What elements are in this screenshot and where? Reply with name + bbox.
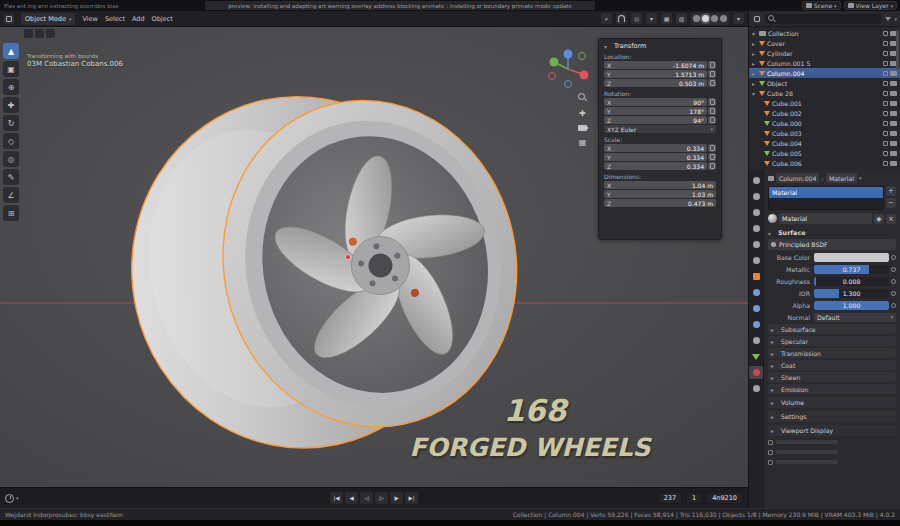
outliner-child-row[interactable]: Cube.004 [749, 138, 900, 148]
checkbox-icon[interactable] [768, 440, 773, 445]
tab-constraint-properties[interactable] [749, 334, 763, 347]
material-slot-list[interactable]: Material [768, 186, 884, 210]
subpanel-emission[interactable]: ▸Emission [768, 384, 896, 394]
material-preview-icon[interactable] [768, 214, 777, 223]
expander-icon[interactable]: ▸ [752, 70, 759, 77]
tab-scene-properties[interactable] [749, 238, 763, 251]
location-z-field[interactable]: Z0.503 m [604, 79, 707, 87]
gizmos-dropdown-icon[interactable]: ▾ [646, 13, 657, 24]
render-camera-icon[interactable] [890, 71, 897, 76]
render-camera-icon[interactable] [890, 161, 897, 166]
outliner-row-selected[interactable]: ▸Column.004 [749, 68, 900, 78]
dimensions-z-field[interactable]: Z0.473 m [604, 199, 716, 207]
section-volume[interactable]: ▸Volume [768, 397, 896, 408]
tab-object-properties[interactable] [749, 270, 763, 283]
lock-icon[interactable] [708, 107, 716, 115]
rotation-mode-dropdown[interactable]: XYZ Euler▾ [604, 125, 716, 133]
expander-icon[interactable]: ▸ [752, 60, 759, 67]
shading-solid-icon[interactable] [702, 15, 709, 22]
outliner-editor-button[interactable] [752, 14, 762, 24]
render-camera-icon[interactable] [890, 101, 897, 106]
cursor-tool-button[interactable]: ⊕ [3, 79, 19, 95]
play-button[interactable]: ▷ [375, 492, 388, 504]
shading-wireframe-icon[interactable] [693, 15, 700, 22]
tab-material-properties[interactable] [749, 366, 763, 379]
toggle-icon[interactable] [24, 29, 33, 38]
outliner-child-row[interactable]: Cube.006 [749, 158, 900, 168]
render-camera-icon[interactable] [890, 111, 897, 116]
scale-z-field[interactable]: Z0.334 [604, 162, 707, 170]
metallic-slider[interactable]: 0.737 [814, 265, 889, 274]
menu-view[interactable]: View [82, 15, 97, 23]
chevron-down-icon[interactable]: ▾ [16, 495, 19, 501]
expander-icon[interactable]: ▸ [752, 80, 759, 87]
render-camera-icon[interactable] [890, 121, 897, 126]
expander-icon[interactable]: ▸ [752, 50, 759, 57]
visibility-checkbox[interactable] [883, 111, 888, 116]
checkbox-icon[interactable] [768, 460, 773, 465]
location-x-field[interactable]: X-1.6074 m [604, 61, 707, 69]
outliner-row[interactable]: ▸Object [749, 78, 900, 88]
menu-object[interactable]: Object [152, 15, 173, 23]
render-camera-icon[interactable] [890, 141, 897, 146]
viewport-options-dropdown[interactable]: ▾ [733, 13, 744, 24]
tab-render-properties[interactable] [749, 190, 763, 203]
rotation-z-field[interactable]: Z94° [604, 116, 707, 124]
subpanel-sheen[interactable]: ▸Sheen [768, 372, 896, 382]
outliner-search-input[interactable] [765, 14, 882, 24]
tab-modifier-properties[interactable] [749, 286, 763, 299]
select-box-tool-button[interactable]: ▣ [3, 61, 19, 77]
frame-start-field[interactable]: 1 [686, 492, 702, 504]
keyframe-dot-icon[interactable] [891, 291, 896, 296]
tab-view-layer-properties[interactable] [749, 222, 763, 235]
outliner-child-row[interactable]: Cube.001 [749, 98, 900, 108]
add-slot-button[interactable]: + [886, 186, 896, 196]
expander-icon[interactable]: ▸ [752, 40, 759, 47]
outliner-row[interactable]: ▸Cover [749, 38, 900, 48]
xray-toggle-icon[interactable]: ▥ [676, 13, 687, 24]
visibility-checkbox[interactable] [883, 151, 888, 156]
outliner-child-row[interactable]: Cube.003 [749, 128, 900, 138]
subpanel-specular[interactable]: ▸Specular [768, 336, 896, 346]
render-camera-icon[interactable] [890, 81, 897, 86]
menu-select[interactable]: Select [105, 15, 125, 23]
overlays-icon[interactable]: ▦ [661, 13, 672, 24]
keyframe-dot-icon[interactable] [891, 303, 896, 308]
render-camera-icon[interactable] [890, 151, 897, 156]
annotate-tool-button[interactable]: ✎ [3, 169, 19, 185]
scale-tool-button[interactable]: ◇ [3, 133, 19, 149]
visibility-checkbox[interactable] [883, 131, 888, 136]
outliner-child-row[interactable]: Cube.002 [749, 108, 900, 118]
scene-selector[interactable]: Scene ▾ [802, 1, 841, 10]
checkbox-icon[interactable] [768, 450, 773, 455]
lock-icon[interactable] [708, 79, 716, 87]
keyframe-dot-icon[interactable] [891, 255, 896, 260]
view-layer-selector[interactable]: View Layer ▾ [844, 1, 897, 10]
current-frame-field[interactable]: 237 [658, 492, 682, 504]
editor-type-button[interactable] [4, 14, 14, 24]
roughness-slider[interactable]: 0.008 [814, 277, 889, 286]
subpanel-subsurface[interactable]: ▸Subsurface [768, 324, 896, 334]
viewport-canvas[interactable]: Transforming with bounds 03M Cobastian C… [0, 27, 748, 487]
scale-y-field[interactable]: Y0.334 [604, 153, 707, 161]
visibility-checkbox[interactable] [883, 61, 888, 66]
outliner-scrollbar[interactable] [896, 30, 899, 70]
tab-tool[interactable] [749, 174, 763, 187]
outliner-child-row[interactable]: Cube.005 [749, 148, 900, 158]
scale-x-field[interactable]: X0.334 [604, 144, 707, 152]
remove-slot-button[interactable]: − [886, 198, 896, 208]
setting-row[interactable] [768, 448, 896, 456]
visibility-checkbox[interactable] [883, 71, 888, 76]
location-y-field[interactable]: Y1.5713 m [604, 70, 707, 78]
filter-icon[interactable] [885, 17, 891, 21]
tab-output-properties[interactable] [749, 206, 763, 219]
shading-rendered-icon[interactable] [720, 15, 727, 22]
mode-dropdown[interactable]: Object Mode ▾ [21, 13, 75, 25]
tab-physics-properties[interactable] [749, 318, 763, 331]
subpanel-coat[interactable]: ▸Coat [768, 360, 896, 370]
dimensions-x-field[interactable]: X1.04 m [604, 181, 716, 189]
chevron-down-icon[interactable]: ▾ [859, 175, 862, 181]
jump-to-start-button[interactable]: |◀ [330, 492, 343, 504]
transform-tool-button[interactable]: ◎ [3, 151, 19, 167]
toggle-icon[interactable] [35, 29, 44, 38]
